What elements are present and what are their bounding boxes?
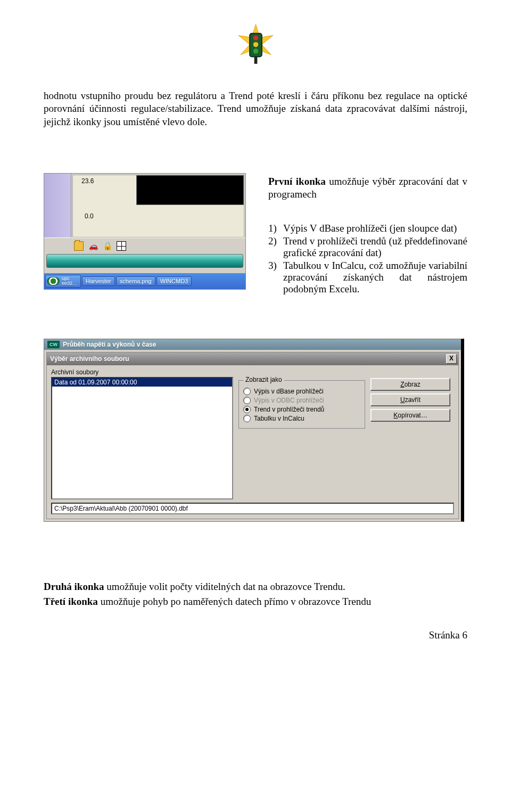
- third-icon-lead: Třetí ikonka: [44, 596, 98, 607]
- list-text-3: Tabulkou v InCalcu, což umožňuje variabi…: [283, 260, 467, 295]
- groupbox-title: Zobrazit jako: [243, 376, 284, 383]
- paragraph-2a: Druhá ikonka umožňuje volit počty vidite…: [44, 580, 467, 593]
- taskbar-item-harvester[interactable]: Harvester: [82, 276, 115, 286]
- paragraph-2b: Třetí ikonka umožňuje pohyb po naměřenýc…: [44, 595, 467, 608]
- third-icon-rest: umožňuje pohyb po naměřených datech přím…: [98, 596, 371, 607]
- list-text-1: Výpis V dBase prohlížeči (jen sloupce da…: [283, 223, 467, 234]
- second-icon-lead: Druhá ikonka: [44, 581, 104, 592]
- ss2-title-text: Výběr archivního souboru: [50, 355, 129, 363]
- display-as-groupbox: Zobrazit jako Výpis v dBase prohlížeči V…: [238, 380, 365, 429]
- folder-icon[interactable]: [74, 241, 84, 251]
- eye-icon: [47, 277, 60, 285]
- screenshot-2: CW Průběh napětí a výkonů v čase Výběr a…: [44, 339, 467, 522]
- radio-icon-selected: [243, 406, 251, 413]
- ss1-toolbar: 🚗 🔒: [44, 237, 245, 254]
- cw-badge-icon: CW: [47, 341, 60, 348]
- ss1-value-top: 23.6: [81, 177, 94, 185]
- taskbar-item-schema[interactable]: schema.png: [116, 276, 155, 286]
- close-dialog-button[interactable]: Uzavřít: [370, 393, 450, 406]
- page-footer: Stránka 6: [44, 629, 467, 641]
- svg-point-2: [253, 36, 258, 41]
- radio-label-incalc: Tabulku v InCalcu: [254, 415, 304, 422]
- taskbar-item-wincmd[interactable]: WINCMD3: [156, 276, 192, 286]
- ss1-sidebar: [44, 174, 71, 237]
- ss1-value-bottom: 0.0: [85, 212, 94, 220]
- close-button[interactable]: X: [446, 354, 457, 364]
- radio-trend[interactable]: Trend v prohlížeči trendů: [243, 406, 360, 413]
- copy-button[interactable]: Kopírovat…: [370, 409, 450, 422]
- radio-label-dbase: Výpis v dBase prohlížeči: [254, 388, 324, 395]
- ss1-taskbar: upc ee32… Harvester schema.png WINCMD3: [44, 273, 245, 289]
- ss1-black-area: [136, 175, 244, 205]
- radio-incalc[interactable]: Tabulku v InCalcu: [243, 415, 360, 422]
- list-num-3: 3): [268, 260, 283, 295]
- svg-point-3: [253, 42, 258, 47]
- ss2-outer-titlebar: CW Průběh napětí a výkonů v čase: [44, 339, 461, 350]
- header-logo: [44, 21, 467, 75]
- radio-icon: [243, 397, 251, 404]
- lock-icon[interactable]: 🔒: [103, 242, 111, 250]
- list-num-2: 2): [268, 235, 283, 259]
- ss1-canvas: 23.6 0.0: [72, 175, 244, 237]
- radio-dbase[interactable]: Výpis v dBase prohlížeči: [243, 388, 360, 395]
- radio-odbc: Výpis v ODBC prohlížeči: [243, 397, 360, 404]
- radio-icon: [243, 388, 251, 395]
- svg-point-4: [253, 48, 258, 54]
- taskbar-label-1b: ee32…: [62, 281, 77, 286]
- list-text-2: Trend v prohlížeči trendů (už předdefino…: [283, 235, 467, 259]
- grid-icon[interactable]: [117, 241, 126, 251]
- svg-rect-5: [254, 57, 257, 64]
- screenshot-1: 23.6 0.0 🚗 🔒 upc: [44, 173, 246, 296]
- paragraph-1: hodnotu vstupního proudu bez regulátoru …: [44, 89, 467, 128]
- list-num-1: 1): [268, 223, 283, 234]
- show-button[interactable]: Zobraz: [370, 378, 450, 391]
- archive-list-item[interactable]: Data od 01.09.2007 00:00:00: [52, 378, 232, 387]
- file-path-field[interactable]: C:\Psp3\Eram\Aktual\Abb (20070901 0000).…: [51, 503, 454, 514]
- radio-label-trend: Trend v prohlížeči trendů: [254, 406, 324, 413]
- archive-files-label: Archivní soubory: [51, 368, 454, 376]
- ss2-titlebar: Výběr archivního souboru X: [47, 352, 458, 365]
- radio-label-odbc: Výpis v ODBC prohlížeči: [254, 397, 324, 404]
- second-icon-rest: umožňuje volit počty viditelných dat na …: [104, 581, 345, 592]
- taskbar-item-eye[interactable]: upc ee32…: [45, 275, 81, 288]
- ss2-outer-title-text: Průběh napětí a výkonů v čase: [63, 341, 156, 348]
- first-icon-description: První ikonka umožňuje výběr zpracování d…: [252, 175, 467, 201]
- car-icon[interactable]: 🚗: [89, 242, 97, 250]
- radio-icon: [243, 415, 251, 422]
- options-list: 1) Výpis V dBase prohlížeči (jen sloupce…: [252, 223, 467, 295]
- archive-listbox[interactable]: Data od 01.09.2007 00:00:00: [51, 377, 233, 499]
- first-icon-lead: První ikonka: [268, 176, 326, 187]
- ss1-teal-bar: [46, 254, 243, 268]
